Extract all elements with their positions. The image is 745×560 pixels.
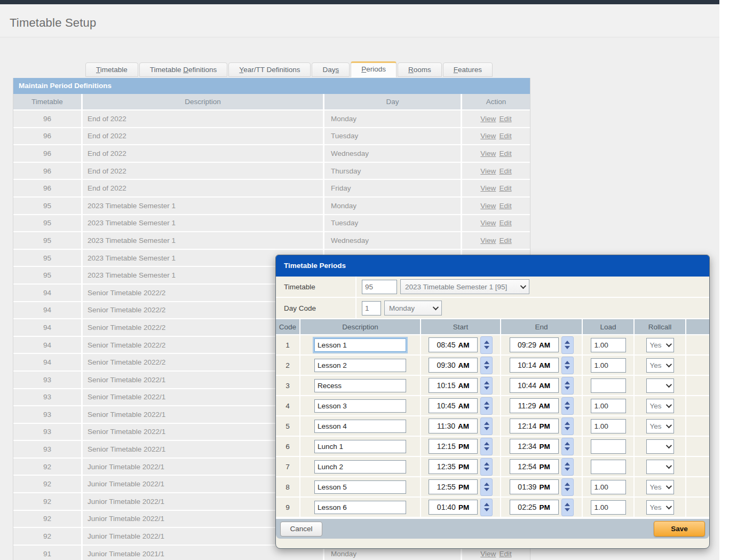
load-input[interactable] [591, 338, 626, 352]
view-link[interactable]: View [480, 132, 496, 140]
start-time-spinner[interactable] [480, 417, 493, 435]
edit-link[interactable]: Edit [499, 236, 511, 244]
end-time-input[interactable]: 01:39PM [510, 479, 559, 494]
end-time-input[interactable]: 09:29AM [510, 337, 559, 352]
rollcall-select[interactable]: Yes [646, 338, 674, 352]
rollcall-select[interactable]: Yes [646, 419, 674, 433]
tab-days[interactable]: Days [312, 62, 350, 77]
rollcall-select[interactable] [646, 460, 674, 474]
cancel-button[interactable]: Cancel [280, 522, 322, 537]
start-time-spinner[interactable] [480, 458, 493, 476]
view-link[interactable]: View [480, 236, 496, 244]
start-time-spinner[interactable] [480, 438, 493, 455]
period-description-input[interactable] [314, 440, 406, 453]
end-time-spinner[interactable] [561, 438, 574, 455]
action-cell: ViewEdit [462, 198, 530, 214]
end-time-spinner[interactable] [561, 357, 574, 374]
edit-link[interactable]: Edit [499, 219, 511, 227]
view-link[interactable]: View [480, 202, 496, 210]
table-row: 952023 Timetable Semester 1MondayViewEdi… [13, 198, 530, 215]
period-description-input[interactable] [314, 399, 406, 413]
view-link[interactable]: View [480, 115, 496, 123]
period-description-input[interactable] [314, 480, 406, 494]
end-time-input[interactable]: 02:25PM [510, 500, 559, 515]
end-time-spinner[interactable] [561, 377, 574, 395]
rollcall-select[interactable] [646, 439, 674, 454]
end-cell: 09:29AM [501, 335, 582, 354]
save-button[interactable]: Save [654, 521, 705, 537]
end-time-input[interactable]: 10:14AM [510, 358, 559, 373]
load-input[interactable] [591, 480, 626, 494]
tab-rooms[interactable]: Rooms [398, 62, 442, 77]
end-time-spinner[interactable] [561, 499, 574, 516]
load-input[interactable] [591, 358, 626, 373]
end-time-spinner[interactable] [561, 417, 574, 435]
rollcall-select[interactable]: Yes [646, 358, 674, 373]
start-time-input[interactable]: 12:55PM [429, 479, 478, 494]
start-time-spinner[interactable] [480, 397, 493, 415]
load-input[interactable] [591, 419, 626, 433]
end-time-value: 09:29 [518, 341, 536, 349]
start-time-input[interactable]: 01:40PM [429, 500, 478, 515]
start-time-input[interactable]: 11:30AM [429, 419, 478, 433]
start-time-spinner[interactable] [480, 499, 493, 516]
tab-features[interactable]: Features [443, 62, 493, 77]
day-select[interactable]: Monday [384, 301, 442, 316]
view-link[interactable]: View [480, 550, 496, 558]
spinner-up-icon [565, 442, 570, 445]
view-link[interactable]: View [480, 149, 496, 157]
end-time-spinner[interactable] [561, 397, 574, 415]
end-time-input[interactable]: 12:14PM [510, 419, 559, 433]
tab-timetable-definitions[interactable]: Timetable Definitions [139, 62, 228, 77]
load-input[interactable] [591, 460, 626, 474]
view-link[interactable]: View [480, 167, 496, 175]
start-time-input[interactable]: 12:35PM [429, 459, 478, 474]
rollcall-select[interactable]: Yes [646, 480, 674, 494]
end-time-spinner[interactable] [561, 478, 574, 496]
end-time-spinner[interactable] [561, 336, 574, 354]
edit-link[interactable]: Edit [499, 132, 511, 140]
period-description-input[interactable] [314, 359, 406, 372]
tab-periods[interactable]: Periods [351, 61, 397, 77]
view-link[interactable]: View [480, 219, 496, 227]
period-description-input[interactable] [314, 460, 406, 474]
end-time-input[interactable]: 11:29AM [510, 398, 559, 413]
rollcall-select[interactable] [646, 378, 674, 393]
load-input[interactable] [591, 378, 626, 393]
period-description-input[interactable] [314, 501, 406, 514]
period-description-input[interactable] [314, 379, 406, 392]
view-link[interactable]: View [480, 184, 496, 192]
load-input[interactable] [591, 399, 626, 413]
edit-link[interactable]: Edit [499, 202, 511, 210]
edit-link[interactable]: Edit [499, 184, 511, 192]
edit-link[interactable]: Edit [499, 550, 511, 558]
start-time-input[interactable]: 09:30AM [429, 358, 478, 373]
timetable-select[interactable]: 2023 Timetable Semester 1 [95] [400, 279, 529, 294]
end-time-input[interactable]: 12:34PM [510, 439, 559, 454]
description-cell [300, 356, 420, 375]
start-time-spinner[interactable] [480, 377, 493, 395]
start-time-spinner[interactable] [480, 336, 493, 354]
start-time-input[interactable]: 12:15PM [429, 439, 478, 454]
edit-link[interactable]: Edit [499, 115, 511, 123]
day-code-input[interactable] [362, 301, 381, 316]
rollcall-select[interactable]: Yes [646, 399, 674, 413]
period-description-input[interactable] [314, 420, 406, 433]
period-description-input[interactable] [314, 338, 406, 352]
end-time-input[interactable]: 10:44AM [510, 378, 559, 393]
end-time-spinner[interactable] [561, 458, 574, 476]
load-input[interactable] [591, 439, 626, 454]
edit-link[interactable]: Edit [499, 149, 511, 157]
load-input[interactable] [591, 500, 626, 515]
tab-year-tt-definitions[interactable]: Year/TT Definitions [228, 62, 311, 77]
start-time-input[interactable]: 10:15AM [429, 378, 478, 393]
start-time-spinner[interactable] [480, 357, 493, 374]
start-time-input[interactable]: 10:45AM [429, 398, 478, 413]
rollcall-select[interactable]: Yes [646, 500, 674, 515]
end-time-input[interactable]: 12:54PM [510, 459, 559, 474]
timetable-code-input[interactable] [362, 280, 397, 294]
start-time-input[interactable]: 08:45AM [429, 337, 478, 352]
tab-timetable[interactable]: Timetable [85, 62, 138, 77]
edit-link[interactable]: Edit [499, 167, 511, 175]
start-time-spinner[interactable] [480, 478, 493, 496]
